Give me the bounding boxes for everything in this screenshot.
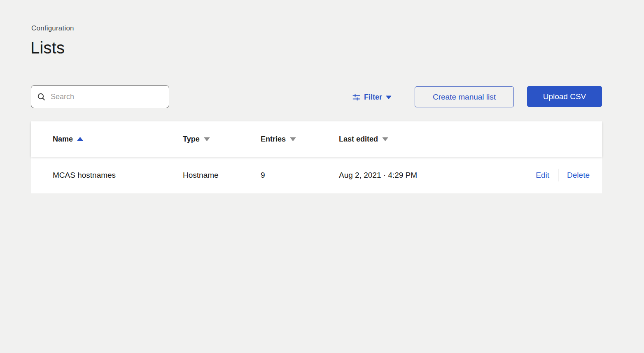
- breadcrumb: Configuration: [31, 24, 74, 33]
- caret-down-icon: [204, 137, 210, 141]
- table-row: MCAS hostnames Hostname 9 Aug 2, 2021 · …: [31, 157, 602, 193]
- cell-type: Hostname: [183, 171, 261, 180]
- column-label: Type: [183, 135, 200, 144]
- cell-entries: 9: [261, 171, 339, 180]
- sort-asc-icon: [77, 137, 83, 141]
- page-title: Lists: [30, 39, 65, 57]
- filter-sliders-icon: [352, 94, 360, 101]
- search-icon: [37, 93, 45, 101]
- delete-link[interactable]: Delete: [567, 171, 590, 180]
- caret-down-icon: [290, 137, 296, 141]
- cell-name: MCAS hostnames: [53, 171, 183, 180]
- caret-down-icon: [382, 137, 388, 141]
- actions-divider: [558, 169, 558, 181]
- search-input[interactable]: [50, 92, 163, 102]
- caret-down-icon: [386, 95, 392, 99]
- table-header: Name Type Entries Last: [31, 121, 602, 157]
- column-header-entries[interactable]: Entries: [261, 135, 339, 144]
- column-label: Last edited: [339, 135, 378, 144]
- cell-last-edited: Aug 2, 2021 · 4:29 PM: [339, 171, 536, 180]
- create-manual-list-button[interactable]: Create manual list: [415, 86, 514, 107]
- search-box[interactable]: [31, 85, 169, 108]
- column-label: Entries: [261, 135, 286, 144]
- row-actions: Edit Delete: [536, 169, 590, 181]
- upload-csv-button[interactable]: Upload CSV: [527, 86, 602, 107]
- column-header-last-edited[interactable]: Last edited: [339, 135, 590, 144]
- filter-label: Filter: [364, 93, 382, 102]
- column-header-type[interactable]: Type: [183, 135, 261, 144]
- filter-button[interactable]: Filter: [352, 91, 392, 103]
- column-header-name[interactable]: Name: [53, 135, 183, 144]
- edit-link[interactable]: Edit: [536, 171, 549, 180]
- column-label: Name: [53, 135, 73, 144]
